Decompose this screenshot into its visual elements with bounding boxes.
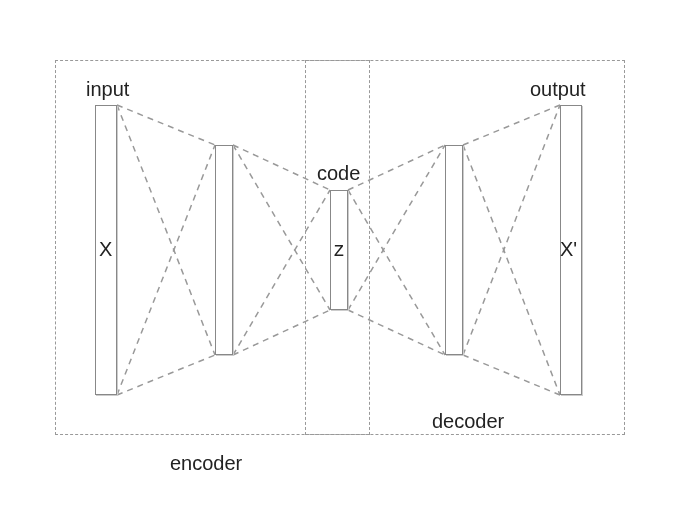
decoder-label: decoder: [432, 410, 504, 433]
X-label: X: [99, 238, 112, 261]
decoder-hidden-layer-box: [445, 145, 463, 355]
encoder-label: encoder: [170, 452, 242, 475]
z-label: z: [334, 238, 344, 261]
Xprime-label: X': [560, 238, 577, 261]
diagram-canvas: input code output encoder decoder X z X': [0, 0, 677, 506]
code-label: code: [317, 162, 360, 185]
encoder-hidden-layer-box: [215, 145, 233, 355]
input-label: input: [86, 78, 129, 101]
output-label: output: [530, 78, 586, 101]
